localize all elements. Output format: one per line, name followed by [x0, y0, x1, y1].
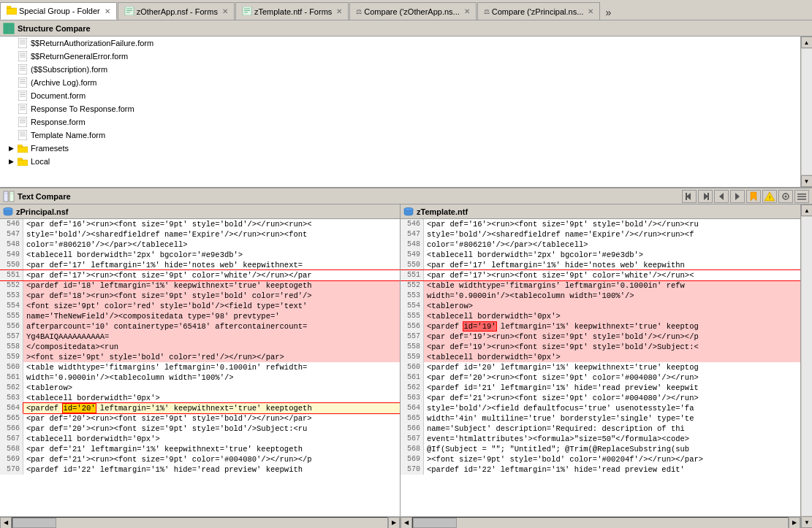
left-db-icon [3, 207, 13, 217]
toolbar-btn-3[interactable] [714, 190, 729, 203]
tab-close-button[interactable]: ✕ [105, 7, 110, 15]
scroll-up-btn[interactable]: ▲ [801, 37, 813, 48]
code-line: 568@If(Subject = ""; "Untitled"; @Trim(@… [401, 444, 800, 454]
tree-item-label: (Archive Log).form [31, 78, 96, 87]
svg-rect-5 [243, 7, 251, 15]
tab-forms-icon [124, 7, 134, 17]
line-number: 551 [401, 270, 424, 280]
main-scroll-track [802, 217, 812, 516]
toolbar-btn-4[interactable] [730, 190, 745, 203]
tree-item-templatename[interactable]: Template Name.form [0, 129, 800, 142]
line-content: <tablerow> [23, 383, 400, 393]
scroll-left-btn2[interactable]: ◀ [401, 517, 412, 529]
text-compare-title-area: Text Compare [3, 191, 71, 202]
tree-group-framesets[interactable]: ▶ Framesets [0, 142, 800, 155]
tree-group-local[interactable]: ▶ Local [0, 155, 800, 168]
code-line: 558<par def='19'><run><font size='9pt' s… [401, 342, 800, 352]
code-line: 567<tablecell borderwidth='0px'> [0, 434, 400, 444]
line-content: style='bold'/><field defaultfocus='true'… [424, 403, 800, 413]
tree-item-subscription[interactable]: ($$Subscription).form [0, 63, 800, 76]
tab-close-button[interactable]: ✕ [588, 7, 593, 15]
tab-compare-zprincipal[interactable]: ⚖ Compare ('zPrincipal.ns... ✕ [477, 2, 601, 20]
line-content: name='TheNewField'/><compositedata type=… [23, 311, 400, 321]
tab-zotherapp-forms[interactable]: zOtherApp.nsf - Forms ✕ [118, 2, 235, 20]
line-number: 570 [401, 464, 424, 475]
line-number: 546 [0, 219, 23, 229]
svg-marker-54 [735, 193, 740, 200]
left-scroll-track[interactable] [12, 517, 388, 529]
toolbar-btn-7[interactable] [778, 190, 793, 203]
right-scrollbar[interactable]: ◀ ▶ [401, 516, 800, 528]
line-content: <pardef id='19' leftmargin='1%' keepwith… [424, 321, 800, 332]
code-line: 556<pardef id='19' leftmargin='1%' keepw… [401, 321, 800, 332]
line-number: 562 [0, 383, 23, 393]
code-line: 565width='4in' multiline='true' borderst… [401, 413, 800, 424]
tree-item-returnerror[interactable]: $$ReturnGeneralError.form [0, 50, 800, 63]
toolbar-btn-1[interactable] [682, 190, 697, 203]
svg-rect-60 [797, 196, 806, 197]
svg-rect-25 [18, 77, 27, 88]
left-code-area[interactable]: 546<par def='16'><run><font size='9pt' s… [0, 219, 400, 516]
right-scroll-thumb[interactable] [413, 518, 457, 528]
tree-item-archivelog[interactable]: (Archive Log).form [0, 76, 800, 89]
left-scrollbar[interactable]: ◀ ▶ [0, 516, 400, 528]
line-number: 548 [401, 240, 424, 250]
tab-close-button[interactable]: ✕ [222, 7, 228, 15]
tab-ztemplate-forms[interactable]: zTemplate.ntf - Forms ✕ [235, 2, 349, 20]
tree-item-label: Template Name.form [31, 131, 105, 139]
doc-icon [18, 51, 28, 61]
line-content: <pardef id='22' leftmargin='1%' hide='re… [23, 464, 400, 475]
line-content: @If(Subject = ""; "Untitled"; @Trim(@Rep… [424, 444, 800, 454]
line-content: <table widthtype='fitmargins' leftmargin… [424, 280, 800, 291]
svg-rect-0 [7, 8, 17, 15]
left-scroll-thumb[interactable] [12, 518, 56, 528]
scroll-right-btn[interactable]: ▶ [388, 517, 400, 529]
structure-scrollbar[interactable]: ▲ ▼ [800, 37, 812, 187]
tree-item-document[interactable]: Document.form [0, 89, 800, 102]
line-number: 553 [0, 291, 23, 301]
line-number: 561 [0, 372, 23, 383]
scroll-right-btn2[interactable]: ▶ [789, 517, 800, 529]
line-content: <tablerow> [424, 301, 800, 311]
scroll-left-btn[interactable]: ◀ [0, 517, 12, 529]
toolbar-btn-5[interactable] [746, 190, 761, 203]
tab-special-group[interactable]: Special Group - Folder ✕ [0, 2, 117, 20]
line-content: <par def='21' leftmargin='1%' keepwithne… [23, 444, 400, 454]
structure-compare-panel: Structure Compare $$ReturnAuthorizationF… [0, 20, 812, 188]
code-line: 550<par def='17' leftmargin='1%' hide='n… [401, 260, 800, 270]
tab-overflow-button[interactable]: » [601, 5, 615, 20]
line-content: <par def='17' leftmargin='1%' hide='note… [424, 260, 800, 270]
line-content: <par def='21'><run><font size='9pt' colo… [424, 393, 800, 403]
line-number: 551 [0, 270, 23, 280]
right-code-area[interactable]: 546<par def='16'><run><font size='9pt' s… [401, 219, 800, 516]
code-line: 556afterparcount='10' containertype='654… [0, 321, 400, 332]
tab-compare-zotherapp[interactable]: ⚖ Compare ('zOtherApp.ns... ✕ [349, 2, 477, 20]
scroll-up-btn2[interactable]: ▲ [801, 204, 812, 216]
scroll-down-btn[interactable]: ▼ [801, 175, 813, 187]
code-line: 569<par def='21'><run><font size='9pt' c… [0, 454, 400, 464]
line-content: <par def='17'><run><font size='9pt' colo… [23, 270, 400, 280]
line-content: <par def='20'><run><font size='9pt' colo… [424, 372, 800, 383]
toolbar-btn-6[interactable]: ! [762, 190, 777, 203]
line-number: 556 [0, 321, 23, 332]
tab-compare-icon2: ⚖ [484, 8, 490, 15]
text-compare-title: Text Compare [18, 192, 71, 201]
toolbar-btn-2[interactable] [698, 190, 713, 203]
toolbar-btn-8[interactable] [794, 190, 809, 203]
right-main-scrollbar[interactable]: ▲ ▼ [800, 204, 812, 528]
line-number: 569 [401, 454, 424, 464]
code-line: 557Yg4BAIQAAAAAAAAAA= [0, 332, 400, 342]
code-line: 565<par def='20'><run><font size='9pt' s… [0, 413, 400, 424]
line-content: style='bold'/><sharedfieldref name='Expi… [23, 229, 400, 240]
right-scroll-track[interactable] [412, 517, 789, 529]
tree-item-responsetoresponse[interactable]: Response To Response.form [0, 102, 800, 115]
doc-icon [18, 38, 28, 48]
tab-close-button[interactable]: ✕ [336, 7, 342, 15]
doc-icon [18, 64, 28, 74]
tree-item-returnauth[interactable]: $$ReturnAuthorizationFailure.form [0, 37, 800, 50]
scroll-down-btn2[interactable]: ▼ [801, 516, 812, 528]
left-pane-header: zPrincipal.nsf [0, 204, 400, 219]
line-content: <tablecell borderwidth='0px'> [23, 434, 400, 444]
tab-close-button[interactable]: ✕ [464, 7, 470, 15]
tree-item-response[interactable]: Response.form [0, 115, 800, 129]
